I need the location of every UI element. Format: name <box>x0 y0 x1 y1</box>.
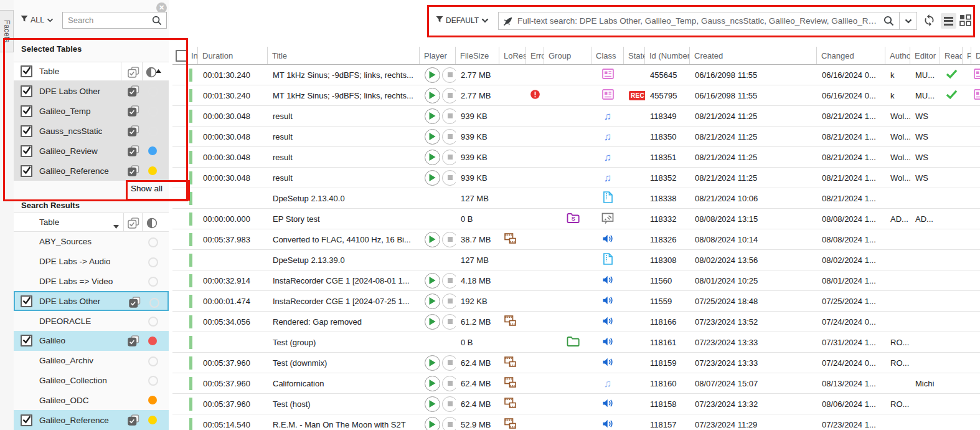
play-button[interactable] <box>425 88 440 103</box>
stop-button[interactable] <box>442 417 456 430</box>
facet-checkbox[interactable] <box>21 414 32 426</box>
select-all-checkbox[interactable] <box>176 50 187 62</box>
stop-button[interactable] <box>442 108 456 124</box>
col-header-p[interactable]: P <box>963 47 971 64</box>
play-button[interactable] <box>425 355 440 371</box>
facet-filter-dropdown[interactable]: ALL <box>21 15 54 24</box>
facet-checkbox[interactable] <box>21 85 32 97</box>
table-row[interactable]: 00:01:30.240MT 1kHz Sinus; -9dBFS; links… <box>172 65 980 85</box>
col-header-duration[interactable]: Duration <box>198 47 268 64</box>
fulltext-search-input[interactable]: Full-text search: DPE Labs Other, Galile… <box>517 16 882 26</box>
facets-tab[interactable]: Facets <box>0 10 14 52</box>
search-icon[interactable] <box>882 16 899 26</box>
play-button[interactable] <box>425 314 440 330</box>
col-header-id-number-[interactable]: Id (Number) <box>645 47 690 64</box>
stop-button[interactable] <box>442 129 456 145</box>
play-button[interactable] <box>425 108 440 124</box>
col-header-player[interactable]: Player <box>420 47 456 64</box>
facet-item-galileo-collection[interactable]: Galileo_Collection <box>14 371 169 391</box>
facet-item-galileo[interactable]: Galileo <box>14 331 169 351</box>
multi-select-icon[interactable] <box>129 297 141 310</box>
facet-item-galileo-reference[interactable]: Galileo_Reference <box>14 161 169 181</box>
play-button[interactable] <box>425 294 440 309</box>
table-row[interactable]: 00:00:00.000EP Story test0 BS11833208/08… <box>172 209 980 229</box>
multi-select-icon[interactable] <box>128 67 139 80</box>
table-row[interactable]: 00:05:37.960Test (downmix)62.4 MB1181590… <box>172 353 980 373</box>
facet-checkbox[interactable] <box>21 165 32 177</box>
multi-select-icon[interactable] <box>128 105 139 118</box>
stop-button[interactable] <box>442 376 456 391</box>
facet-item-gauss-ncsstatic[interactable]: Gauss_ncsStatic <box>14 121 169 141</box>
table-row[interactable]: 00:01:30.240MT 1kHz Sinus; -9dBFS; links… <box>172 85 980 106</box>
multi-select-icon[interactable] <box>128 145 139 158</box>
selected-tables-select-all-checkbox[interactable] <box>21 65 32 77</box>
facet-checkbox[interactable] <box>21 145 32 157</box>
facet-checkbox[interactable] <box>21 335 32 346</box>
selected-tables-header-row[interactable]: Table <box>14 62 169 81</box>
sort-caret-icon[interactable] <box>156 65 161 75</box>
table-row[interactable]: DpeSetup 2.13.40.0127 MB11833808/21/2024… <box>172 188 980 209</box>
col-header-author[interactable]: Author <box>885 47 910 64</box>
table-row[interactable]: 00:05:37.983Converted to FLAC, 44100 Hz,… <box>172 229 980 250</box>
table-row[interactable]: 00:05:37.960Californication62.4 MB♫11816… <box>172 373 980 394</box>
grid-view-icon[interactable] <box>959 14 971 29</box>
facet-item-galileo-temp[interactable]: Galileo_Temp <box>14 101 169 121</box>
search-results-header-row[interactable]: Table <box>14 213 169 232</box>
facet-item-dpe-labs-video[interactable]: DPE Labs => Video <box>14 272 169 292</box>
play-button[interactable] <box>425 417 440 430</box>
stop-button[interactable] <box>442 67 456 83</box>
stop-button[interactable] <box>442 170 456 186</box>
multi-select-icon[interactable] <box>128 414 139 428</box>
chevron-down-icon[interactable] <box>113 221 119 231</box>
col-header-error[interactable]: Error <box>526 47 544 64</box>
stop-button[interactable] <box>442 88 456 103</box>
stop-button[interactable] <box>442 355 456 371</box>
facet-checkbox[interactable] <box>21 125 32 137</box>
rocket-icon[interactable] <box>499 16 517 26</box>
play-button[interactable] <box>425 150 440 165</box>
facet-item-aby-sources[interactable]: ABY_Sources <box>14 232 169 252</box>
facet-item-dpe-labs-other[interactable]: DPE Labs Other <box>14 81 169 101</box>
facet-item-galileo-odc[interactable]: Galileo_ODC <box>14 390 169 410</box>
multi-select-icon[interactable] <box>128 85 139 98</box>
table-row[interactable]: DpeSetup 2.13.39.0127 MB11830808/02/2024… <box>172 250 980 270</box>
table-row[interactable]: Test (group)0 B11816107/23/2024 13:3307/… <box>172 332 980 353</box>
table-row[interactable]: 00:05:37.960Test (host)62.4 MB11815807/2… <box>172 394 980 414</box>
stop-button[interactable] <box>442 314 456 330</box>
stop-button[interactable] <box>442 232 456 247</box>
table-row[interactable]: 00:00:30.048result939 KB♫11835008/21/202… <box>172 127 980 147</box>
multi-select-icon[interactable] <box>128 125 139 138</box>
facet-search-input[interactable] <box>63 16 152 25</box>
facet-item-galileo-review[interactable]: Galileo_Review <box>14 141 169 161</box>
table-row[interactable]: 00:05:34.056Rendered: Gap removed61.2 MB… <box>172 312 980 332</box>
multi-select-icon[interactable] <box>128 217 139 231</box>
stop-button[interactable] <box>442 273 456 289</box>
col-header-filesize[interactable]: FileSize <box>456 47 499 64</box>
col-header-editor[interactable]: Editor <box>910 47 940 64</box>
facet-item-dpe-labs-audio[interactable]: DPE Labs -> Audio <box>14 252 169 272</box>
col-header-title[interactable]: Title <box>268 47 420 64</box>
facet-item-dpe-labs-other[interactable]: DPE Labs Other <box>14 291 169 311</box>
col-header-state[interactable]: State <box>624 47 645 64</box>
facet-item-galileo-reference[interactable]: Galileo_Reference <box>14 410 169 430</box>
col-header-created[interactable]: Created <box>690 47 817 64</box>
facet-checkbox[interactable] <box>21 105 32 117</box>
stop-button[interactable] <box>442 150 456 165</box>
play-button[interactable] <box>425 67 440 83</box>
search-icon[interactable] <box>152 16 166 26</box>
play-button[interactable] <box>425 129 440 145</box>
col-header-changed[interactable]: Changed <box>817 47 885 64</box>
contrast-icon[interactable] <box>146 217 158 231</box>
stop-button[interactable] <box>442 396 456 412</box>
col-header-lores[interactable]: LoRes <box>499 47 526 64</box>
facet-item-dpeoracle[interactable]: DPEORACLE <box>14 311 169 331</box>
play-button[interactable] <box>425 273 440 289</box>
search-profile-dropdown[interactable]: DEFAULT <box>436 16 489 25</box>
facet-item-galileo-archiv[interactable]: Galileo_Archiv <box>14 351 169 371</box>
table-row[interactable]: 00:05:14.540R.E.M. - Man On The Moon wit… <box>172 414 980 430</box>
search-options-dropdown[interactable] <box>899 12 916 29</box>
play-button[interactable] <box>425 376 440 391</box>
play-button[interactable] <box>425 396 440 412</box>
col-header-d[interactable]: D <box>971 47 980 64</box>
list-view-icon[interactable] <box>941 13 956 29</box>
